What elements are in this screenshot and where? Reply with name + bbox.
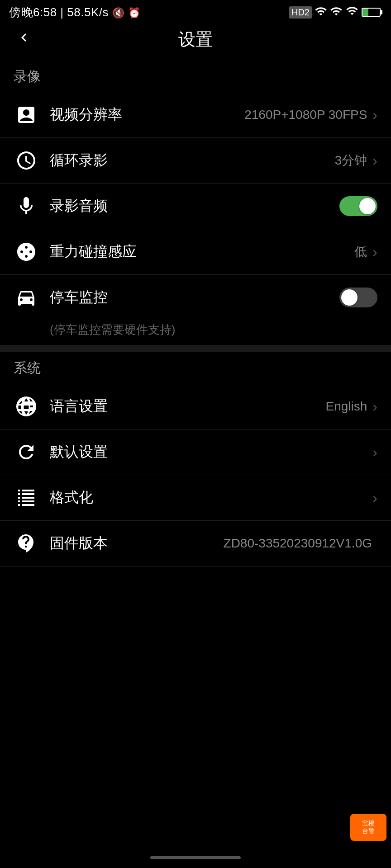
gravity-icon: [14, 239, 39, 264]
settings-item-default[interactable]: 默认设置 ›: [0, 429, 391, 475]
top-nav: 设置: [0, 24, 391, 60]
language-label: 语言设置: [50, 396, 326, 416]
signal-5g: [330, 5, 343, 20]
wifi-icon: [345, 5, 359, 20]
record-audio-toggle[interactable]: [339, 196, 377, 216]
section-divider: [0, 345, 391, 352]
battery-icon: [362, 8, 382, 17]
chevron-icon: ›: [372, 108, 377, 122]
alarm-icon: ⏰: [128, 7, 141, 19]
back-button[interactable]: [14, 27, 34, 52]
chevron-icon: ›: [372, 445, 377, 459]
gravity-label: 重力碰撞感应: [50, 242, 354, 262]
mute-icon: 🔇: [112, 7, 125, 19]
chevron-icon: ›: [372, 153, 377, 168]
record-audio-label: 录影音频: [50, 196, 339, 216]
microphone-icon: [14, 193, 39, 219]
section-label-recording: 录像: [0, 60, 391, 92]
loop-icon: [14, 148, 39, 173]
format-icon: [14, 485, 39, 510]
chevron-icon: ›: [372, 245, 377, 259]
hd2-label: HD2: [289, 6, 312, 19]
settings-item-record-audio[interactable]: 录影音频: [0, 184, 391, 229]
status-time-speed: 傍晚6:58 | 58.5K/s 🔇 ⏰: [9, 5, 140, 20]
language-icon: [14, 394, 39, 419]
settings-item-language[interactable]: 语言设置 English ›: [0, 384, 391, 429]
gravity-value: 低: [354, 243, 367, 260]
chevron-icon: ›: [372, 491, 377, 505]
reset-icon: [14, 439, 39, 465]
home-indicator: [150, 856, 241, 859]
chevron-icon: ›: [372, 399, 377, 414]
settings-item-video-resolution[interactable]: 视频分辨率 2160P+1080P 30FPS ›: [0, 92, 391, 138]
status-bar: 傍晚6:58 | 58.5K/s 🔇 ⏰ HD2: [0, 0, 391, 24]
firmware-label: 固件版本: [50, 533, 224, 553]
firmware-icon: [14, 531, 39, 556]
watermark: 宝橙台警: [350, 814, 386, 841]
section-recording: 录像 视频分辨率 2160P+1080P 30FPS › 循环录影 3分钟 › …: [0, 60, 391, 345]
parking-notice: (停车监控需要硬件支持): [0, 320, 391, 345]
video-resolution-value: 2160P+1080P 30FPS: [244, 108, 367, 122]
hd-video-icon: [14, 102, 39, 127]
section-label-system: 系统: [0, 352, 391, 384]
status-speed: 58.5K/s: [67, 5, 109, 19]
default-settings-label: 默认设置: [50, 442, 372, 462]
settings-item-loop-recording[interactable]: 循环录影 3分钟 ›: [0, 138, 391, 184]
signal-3g: [315, 5, 327, 20]
firmware-value: ZD80-33520230912V1.0G: [224, 536, 372, 551]
page-title: 设置: [178, 28, 213, 51]
parking-icon: [14, 285, 39, 310]
language-value: English: [326, 399, 367, 414]
parking-monitor-toggle[interactable]: [339, 288, 377, 307]
video-resolution-label: 视频分辨率: [50, 105, 244, 125]
status-time: 傍晚6:58: [9, 5, 57, 19]
status-icons: HD2: [289, 5, 382, 20]
settings-item-parking[interactable]: 停车监控: [0, 275, 391, 320]
loop-recording-label: 循环录影: [50, 151, 335, 170]
settings-item-format[interactable]: 格式化 ›: [0, 475, 391, 521]
settings-item-firmware: 固件版本 ZD80-33520230912V1.0G: [0, 521, 391, 566]
loop-recording-value: 3分钟: [335, 152, 367, 169]
section-system: 系统 语言设置 English › 默认设置 › 格式化 › 固件版本 ZD80…: [0, 352, 391, 566]
format-label: 格式化: [50, 488, 372, 508]
settings-item-gravity[interactable]: 重力碰撞感应 低 ›: [0, 229, 391, 275]
parking-label: 停车监控: [50, 288, 339, 307]
status-separator: |: [60, 5, 67, 19]
